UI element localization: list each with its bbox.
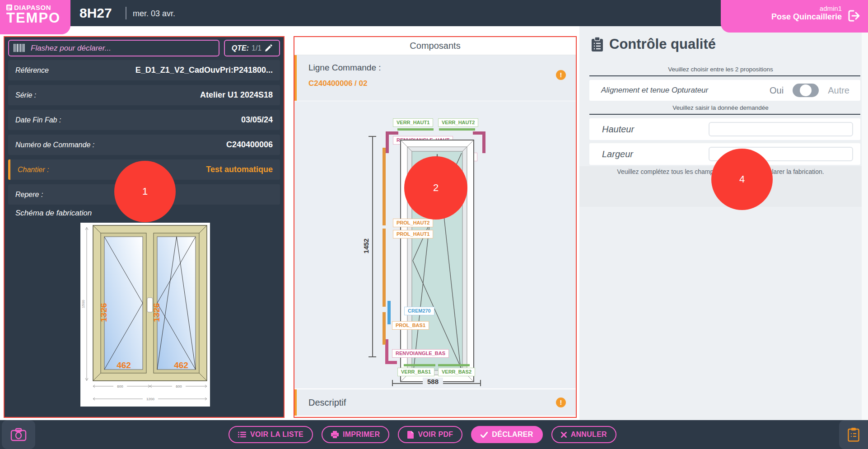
prolongateur-bar	[383, 148, 386, 225]
prolongateur-bar	[383, 312, 386, 345]
barcode-icon	[14, 44, 25, 52]
schema-pane-height-right: 1326	[152, 303, 161, 322]
renvoi-bracket-top-right	[473, 131, 485, 153]
date: mer. 03 avr.	[133, 9, 175, 19]
declarer-button[interactable]: DÉCLARER	[471, 426, 542, 443]
quality-title-text: Contrôle qualité	[609, 36, 716, 52]
verr-haut2-mark	[439, 128, 475, 131]
dim-tick	[480, 380, 481, 386]
composants-title: Composants	[294, 37, 576, 55]
component-label-crem270: CREM270	[404, 307, 434, 315]
schema-pane-height-left: 1326	[99, 303, 108, 322]
question-row: Alignement et tenue Opturateur Oui Autre	[589, 80, 860, 101]
footer-bar: VOIR LA LISTE IMPRIMER VOIR PDF DÉCLARER…	[0, 420, 868, 449]
imprimer-button[interactable]: IMPRIMER	[322, 426, 389, 443]
quantity-box[interactable]: QTE: 1/1	[224, 40, 280, 56]
verr-bas1-mark	[404, 364, 435, 366]
field-date-fin-fab: Date Fin Fab : 03/05/24	[8, 110, 280, 130]
divider	[589, 114, 860, 115]
check-icon	[481, 432, 488, 438]
hauteur-label: Hauteur	[602, 124, 634, 135]
header-divider	[126, 7, 126, 19]
descriptif-section[interactable]: Descriptif	[294, 389, 576, 416]
app-logo[interactable]: DIAPASON TEMPO	[0, 0, 70, 34]
camera-icon	[10, 428, 27, 441]
ligne-commande-value[interactable]: C240400006 / 02	[308, 79, 565, 88]
component-label-prol-bas1: PROL_BAS1	[392, 321, 429, 330]
qte-value: 1/1	[252, 44, 261, 52]
verr-haut1-mark	[397, 128, 434, 131]
warning-icon	[556, 398, 566, 407]
option-oui[interactable]: Oui	[770, 85, 784, 96]
component-label-verr-haut2: VERR_HAUT2	[438, 118, 478, 127]
hint-input: Veuillez saisir la donnée demandée	[579, 104, 862, 111]
logo-text-bottom: TEMPO	[6, 11, 70, 25]
schema-sash-width-right: 462	[174, 360, 188, 370]
hint-choose: Veuillez choisir entre les 2 proposition…	[579, 66, 862, 73]
component-label-prol-haut2: PROL_HAUT2	[393, 219, 433, 227]
divider	[589, 75, 860, 76]
voir-la-liste-button[interactable]: VOIR LA LISTE	[229, 426, 313, 443]
dim-tick	[369, 136, 376, 137]
checklist-button[interactable]	[839, 420, 868, 449]
dim-tick	[392, 380, 393, 386]
clock: 8H27	[79, 5, 112, 21]
toggle-knob[interactable]	[800, 84, 812, 96]
logout-icon[interactable]	[846, 8, 862, 23]
x-icon	[561, 432, 567, 438]
component-label-renvoiangle-bas: RENVOIANGLE_BAS	[392, 349, 449, 358]
component-label-verr-bas2: VERR_BAS2	[438, 368, 475, 376]
oui-autre-toggle[interactable]	[793, 84, 819, 97]
voir-pdf-button[interactable]: VOIR PDF	[398, 426, 462, 443]
descriptif-label: Descriptif	[308, 398, 346, 408]
hauteur-row: Hauteur	[589, 118, 860, 140]
fabrication-schema: 1500 1326 1326 462 462	[80, 223, 210, 407]
orange-clipboard-icon	[848, 427, 859, 442]
dim-line-vertical	[372, 136, 373, 357]
schema-total-height: 1500	[81, 300, 85, 308]
warning-icon	[556, 70, 566, 80]
list-icon	[238, 431, 246, 438]
dim-tick	[369, 356, 376, 357]
camera-button[interactable]	[2, 420, 35, 449]
annuler-button[interactable]: ANNULER	[551, 426, 616, 443]
field-serie: Série : Atelier U1 2024S18	[8, 85, 280, 105]
prolongateur-bar	[383, 229, 386, 307]
user-block[interactable]: admin1 Pose Quincaillerie	[721, 0, 868, 33]
component-label-prol-haut1: PROL_HAUT1	[393, 230, 433, 239]
ligne-commande-section[interactable]: Ligne Commande : C240400006 / 02	[294, 55, 576, 101]
field-numero-commande: Numéro de Commande : C240400006	[8, 135, 280, 155]
dim-height-value: 1452	[362, 233, 370, 260]
scan-input[interactable]	[8, 40, 219, 56]
component-label-verr-haut1: VERR_HAUT1	[393, 118, 433, 127]
ligne-commande-label: Ligne Commande :	[308, 63, 565, 73]
cremone-bar	[387, 301, 391, 324]
schema-pane-width-left: 600	[117, 384, 123, 388]
clipboard-icon	[591, 37, 603, 52]
declaration-panel: QTE: 1/1 Référence E_D1_Z1_V2_CadOuvPri:…	[4, 36, 285, 418]
qte-label: QTE:	[232, 44, 249, 52]
hauteur-input[interactable]	[709, 122, 853, 136]
dim-width-value: 588	[423, 378, 443, 385]
schema-title: Schéma de fabrication	[15, 209, 92, 218]
annotation-circle-4: 4	[711, 149, 773, 210]
printer-icon	[331, 431, 339, 438]
composants-panel: Composants Ligne Commande : C240400006 /…	[294, 36, 577, 418]
schema-sash-width-left: 462	[117, 360, 131, 370]
schema-pane-width-right: 600	[176, 384, 182, 388]
schema-total-width: 1200	[146, 397, 154, 401]
component-diagram: 1452 VERR_HAUT1 VERR_HAUT2 RENVOIANGLE_H…	[294, 101, 576, 388]
component-label-verr-bas1: VERR_BAS1	[397, 368, 434, 376]
pencil-icon[interactable]	[264, 44, 272, 52]
option-autre[interactable]: Autre	[828, 85, 849, 96]
annotation-circle-1: 1	[114, 161, 176, 222]
scrollbar[interactable]	[862, 26, 868, 420]
verr-bas2-mark	[438, 364, 470, 366]
file-icon	[407, 431, 414, 439]
largeur-label: Largeur	[602, 149, 633, 159]
annotation-circle-2: 2	[404, 156, 467, 220]
quality-control-panel: Contrôle qualité Veuillez choisir entre …	[579, 26, 868, 420]
user-name: admin1	[721, 5, 842, 12]
field-reference: Référence E_D1_Z1_V2_CadOuvPri:P241800..…	[8, 60, 280, 80]
question-label: Alignement et tenue Opturateur	[601, 86, 708, 95]
